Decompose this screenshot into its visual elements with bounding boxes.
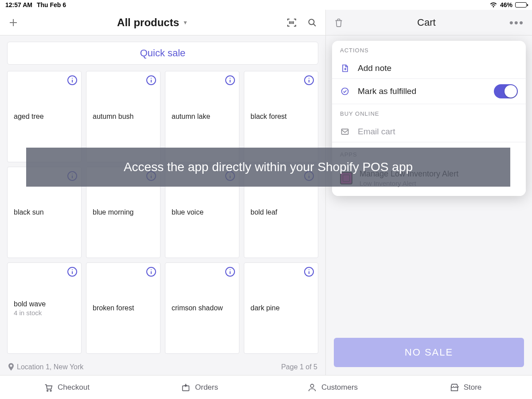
category-select[interactable]: All products ▼ <box>25 16 280 29</box>
product-name: black sun <box>14 208 75 216</box>
note-add-icon <box>340 64 350 73</box>
svg-point-28 <box>50 390 51 391</box>
email-cart-label: Email cart <box>358 127 395 137</box>
no-sale-label: NO SALE <box>405 347 453 358</box>
product-card[interactable]: crimson shadow <box>165 262 239 354</box>
info-icon[interactable] <box>304 75 314 86</box>
info-icon[interactable] <box>146 75 156 86</box>
svg-point-6 <box>230 78 231 79</box>
left-header: All products ▼ <box>0 10 325 35</box>
product-name: bold wave <box>14 300 75 308</box>
cart-title: Cart <box>344 17 509 28</box>
product-name: crimson shadow <box>172 304 233 312</box>
email-cart-row[interactable]: Email cart <box>332 121 526 142</box>
status-time: 12:57 AM <box>5 1 32 8</box>
products-grid: aged tree autumn bush autumn lake black … <box>7 71 318 354</box>
quick-sale-label: Quick sale <box>140 47 186 59</box>
product-name: dark pine <box>250 304 312 312</box>
add-note-row[interactable]: Add note <box>332 58 526 78</box>
add-button[interactable] <box>8 17 19 28</box>
svg-point-30 <box>310 384 313 387</box>
battery-percent: 46% <box>500 1 512 8</box>
info-icon[interactable] <box>225 75 235 86</box>
product-card[interactable]: bold wave4 in stock <box>7 262 82 354</box>
mark-fulfilled-row[interactable]: Mark as fulfilled <box>332 78 526 104</box>
actions-section-label: ACTIONS <box>332 41 526 58</box>
add-note-label: Add note <box>358 63 391 73</box>
nav-customers[interactable]: Customers <box>266 383 399 392</box>
nav-checkout[interactable]: Checkout <box>0 383 133 392</box>
barcode-icon[interactable] <box>286 17 297 28</box>
info-icon[interactable] <box>225 266 235 277</box>
svg-point-4 <box>151 78 152 79</box>
nav-store[interactable]: Store <box>399 383 532 392</box>
svg-point-25 <box>342 88 348 95</box>
category-title: All products <box>117 16 179 29</box>
search-icon[interactable] <box>307 17 317 28</box>
status-bar: 12:57 AM Thu Feb 6 46% <box>0 0 532 10</box>
cart-pane: Cart ••• ACTIONS Add note Mark as fulfil… <box>326 10 532 375</box>
buy-online-section-label: BUY ONLINE <box>332 104 526 121</box>
location-text: Location 1, New York <box>17 363 83 371</box>
svg-point-27 <box>47 390 48 391</box>
product-card[interactable]: dark pine <box>244 262 318 354</box>
products-pane: All products ▼ Quick sale aged <box>0 10 326 375</box>
no-sale-button[interactable]: NO SALE <box>334 338 524 367</box>
nav-checkout-label: Checkout <box>58 383 90 392</box>
battery-icon <box>515 2 527 8</box>
product-stock: 4 in stock <box>14 309 75 317</box>
nav-store-label: Store <box>464 383 482 392</box>
product-name: bold leaf <box>250 208 312 216</box>
product-name: black forest <box>250 113 312 121</box>
bottom-nav: Checkout Orders Customers Store <box>0 375 532 399</box>
fulfilled-toggle[interactable] <box>494 84 518 98</box>
overlay-banner: Access the app directly within your Shop… <box>26 148 510 187</box>
product-card[interactable]: broken forest <box>86 262 160 354</box>
info-icon[interactable] <box>304 266 314 277</box>
nav-customers-label: Customers <box>321 383 358 392</box>
quick-sale-button[interactable]: Quick sale <box>7 42 318 65</box>
info-icon[interactable] <box>146 266 156 277</box>
info-icon[interactable] <box>67 266 78 277</box>
page-indicator: Page 1 of 5 <box>281 363 317 371</box>
svg-point-18 <box>72 270 73 270</box>
product-name: blue voice <box>172 208 233 216</box>
chevron-down-icon: ▼ <box>183 20 188 26</box>
svg-point-24 <box>309 270 309 270</box>
status-date: Thu Feb 6 <box>37 1 66 8</box>
location-pin-icon <box>8 363 14 371</box>
overlay-banner-text: Access the app directly within your Shop… <box>124 160 413 174</box>
info-icon[interactable] <box>67 75 78 86</box>
product-name: blue morning <box>93 208 154 216</box>
svg-point-8 <box>309 78 309 79</box>
mark-fulfilled-label: Mark as fulfilled <box>358 86 416 96</box>
product-name: aged tree <box>14 113 75 121</box>
check-circle-icon <box>340 87 350 96</box>
left-footer: Location 1, New York Page 1 of 5 <box>0 359 325 375</box>
nav-orders-label: Orders <box>195 383 218 392</box>
product-name: autumn lake <box>172 113 233 121</box>
wifi-icon <box>489 2 497 8</box>
cart-header: Cart ••• <box>326 10 532 35</box>
trash-icon[interactable] <box>334 18 344 27</box>
nav-orders[interactable]: Orders <box>133 383 266 392</box>
product-name: broken forest <box>93 304 154 312</box>
svg-rect-26 <box>342 129 348 134</box>
svg-point-20 <box>151 270 152 270</box>
svg-point-22 <box>230 270 231 270</box>
svg-point-0 <box>309 19 314 24</box>
svg-point-2 <box>72 78 73 79</box>
product-name: autumn bush <box>93 113 154 121</box>
mail-icon <box>340 127 350 136</box>
